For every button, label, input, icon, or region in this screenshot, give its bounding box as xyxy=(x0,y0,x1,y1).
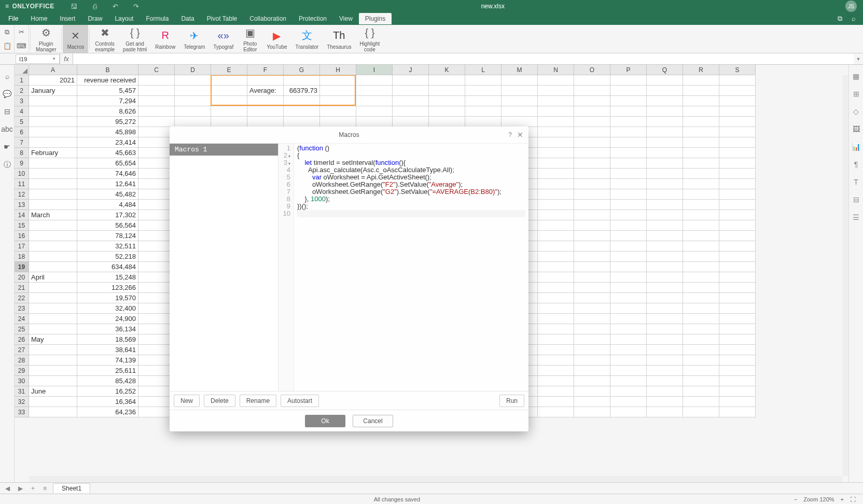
cell[interactable] xyxy=(683,407,719,417)
rename-button[interactable]: Rename xyxy=(240,395,276,407)
cell[interactable] xyxy=(538,148,574,158)
row-header-18[interactable]: 18 xyxy=(15,251,29,262)
cell[interactable] xyxy=(719,200,756,210)
row-header-10[interactable]: 10 xyxy=(15,169,29,179)
cell[interactable] xyxy=(719,127,756,137)
cell[interactable] xyxy=(647,148,683,158)
cell-B12[interactable]: 45,482 xyxy=(77,189,138,200)
cell[interactable] xyxy=(538,283,574,293)
cell-G2[interactable]: 66379.73 xyxy=(284,86,320,96)
cell[interactable] xyxy=(574,231,610,241)
cell[interactable] xyxy=(610,200,647,210)
cell-B5[interactable]: 95,272 xyxy=(77,117,138,127)
cell[interactable] xyxy=(574,386,610,397)
cell[interactable] xyxy=(138,106,175,117)
cell[interactable] xyxy=(719,283,756,293)
about-icon[interactable]: ⓘ xyxy=(4,160,11,170)
cell[interactable] xyxy=(647,283,683,293)
cancel-button[interactable]: Cancel xyxy=(353,415,393,427)
cell[interactable] xyxy=(647,334,683,345)
cell-B20[interactable]: 15,248 xyxy=(77,272,138,283)
shape-settings-icon[interactable]: ◇ xyxy=(853,107,859,116)
cell[interactable] xyxy=(393,117,429,127)
cell[interactable] xyxy=(610,397,647,407)
col-header-J[interactable]: J xyxy=(393,65,429,75)
cell[interactable] xyxy=(647,169,683,179)
col-header-C[interactable]: C xyxy=(138,65,175,75)
menu-tab-collaboration[interactable]: Collaboration xyxy=(243,13,293,24)
print-icon[interactable]: ⎙ xyxy=(91,3,99,10)
cell[interactable] xyxy=(683,355,719,366)
cell[interactable] xyxy=(683,117,719,127)
cell[interactable] xyxy=(683,262,719,272)
cell[interactable] xyxy=(683,386,719,397)
cell-B26[interactable]: 18,569 xyxy=(77,334,138,345)
menu-tab-insert[interactable]: Insert xyxy=(53,13,81,24)
cell[interactable] xyxy=(574,200,610,210)
cell[interactable] xyxy=(683,397,719,407)
user-avatar[interactable]: JS xyxy=(845,1,857,12)
cell[interactable] xyxy=(647,407,683,417)
plugin-photo[interactable]: ▣Photo Editor xyxy=(238,25,262,53)
cell[interactable] xyxy=(320,86,356,96)
cell[interactable] xyxy=(29,179,77,189)
cell[interactable] xyxy=(538,137,574,148)
cell-B19[interactable]: 634,484 xyxy=(77,262,138,272)
save-icon[interactable]: 🖫 xyxy=(70,3,78,10)
row-header-5[interactable]: 5 xyxy=(15,117,29,127)
cell[interactable] xyxy=(538,407,574,417)
cell[interactable] xyxy=(719,137,756,148)
cell-B25[interactable]: 36,134 xyxy=(77,324,138,334)
col-header-B[interactable]: B xyxy=(77,65,138,75)
cell[interactable] xyxy=(284,117,320,127)
cell[interactable] xyxy=(175,106,211,117)
plugin-macros[interactable]: ✕Macros xyxy=(63,25,88,53)
cell[interactable] xyxy=(647,262,683,272)
col-header-F[interactable]: F xyxy=(247,65,284,75)
row-header-33[interactable]: 33 xyxy=(15,407,29,417)
cell[interactable] xyxy=(574,179,610,189)
row-header-20[interactable]: 20 xyxy=(15,272,29,283)
row-header-19[interactable]: 19 xyxy=(15,262,29,272)
cell[interactable] xyxy=(610,386,647,397)
menu-tab-home[interactable]: Home xyxy=(24,13,53,24)
cell-A26[interactable]: May xyxy=(29,334,77,345)
cell[interactable] xyxy=(538,334,574,345)
cell[interactable] xyxy=(683,158,719,169)
cell[interactable] xyxy=(574,137,610,148)
cell[interactable] xyxy=(356,86,393,96)
cell[interactable] xyxy=(574,293,610,303)
row-header-8[interactable]: 8 xyxy=(15,148,29,158)
cell[interactable] xyxy=(610,96,647,106)
cell[interactable] xyxy=(574,272,610,283)
name-box[interactable]: I19 ▼ xyxy=(16,54,60,64)
cell-B11[interactable]: 12,641 xyxy=(77,179,138,189)
cell[interactable] xyxy=(538,376,574,386)
plugin-translator[interactable]: 文Translator xyxy=(291,25,323,53)
cell[interactable] xyxy=(538,127,574,137)
cell[interactable] xyxy=(610,324,647,334)
cell-B6[interactable]: 45,898 xyxy=(77,127,138,137)
row-header-11[interactable]: 11 xyxy=(15,179,29,189)
cell[interactable] xyxy=(29,345,77,355)
plugin-highlight[interactable]: { }Highlight code xyxy=(355,25,384,53)
macros-list[interactable]: Macros 1 xyxy=(170,144,279,391)
cell[interactable] xyxy=(647,366,683,376)
cell[interactable] xyxy=(719,231,756,241)
col-header-Q[interactable]: Q xyxy=(647,65,683,75)
menu-tab-file[interactable]: File xyxy=(2,13,24,24)
cell[interactable] xyxy=(574,355,610,366)
cell[interactable] xyxy=(538,179,574,189)
cell[interactable] xyxy=(574,220,610,231)
cell[interactable] xyxy=(29,314,77,324)
cell[interactable] xyxy=(574,324,610,334)
help-icon[interactable]: ? xyxy=(508,131,512,138)
cell[interactable] xyxy=(465,117,502,127)
cell[interactable] xyxy=(138,86,175,96)
code-content[interactable]: (function () { let timerId = setInterval… xyxy=(294,144,528,391)
cell[interactable] xyxy=(29,293,77,303)
row-header-27[interactable]: 27 xyxy=(15,345,29,355)
cell-B1[interactable]: revenue received xyxy=(77,75,138,86)
cell[interactable] xyxy=(29,241,77,251)
cell[interactable] xyxy=(29,169,77,179)
